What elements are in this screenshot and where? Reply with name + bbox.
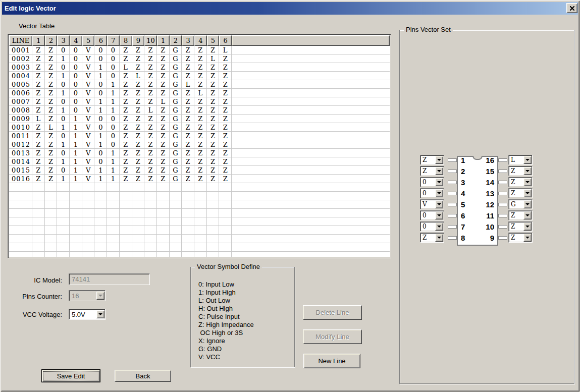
vector-cell: Z [32,157,45,166]
pin-3-dropdown-button[interactable] [435,178,443,186]
vector-cell: Z [194,106,207,115]
legend-line: L: Out Low [198,297,254,305]
vector-cell: Z [219,123,232,132]
row-filler [232,149,390,157]
table-row[interactable]: 0014ZZ11V01ZZZZGZZZZ [9,157,390,166]
pin-4-combo[interactable]: 0 [420,188,444,198]
ic-model-label: IC Model: [11,276,62,284]
pin-3-combo[interactable]: 0 [420,177,444,187]
pin-15-combo[interactable]: Z [508,166,533,176]
vector-cell: 0 [57,46,70,54]
vector-cell: Z [45,54,58,63]
pin-6-combo[interactable]: 0 [420,210,444,220]
chevron-down-icon [525,203,530,205]
vector-cell: Z [144,157,157,166]
pins-counter-combo[interactable]: 16 [69,290,106,301]
pin-8-combo[interactable]: Z [420,233,444,243]
table-row[interactable]: 0007ZZ00V11ZZZLGZZZZ [9,97,390,106]
pin-5-dropdown-button[interactable] [435,200,443,208]
vector-cell: Z [194,175,207,183]
modify-line-button[interactable]: Modify Line [303,329,362,344]
pin-11-dropdown-button[interactable] [523,211,532,219]
table-row[interactable]: 0010ZL11V00ZZZZGZZZZ [9,123,390,132]
table-row[interactable]: 0006ZZ10V01ZZZZGZLZZ [9,89,390,97]
pin-2-dropdown-button[interactable] [435,167,443,175]
row-filler [232,252,390,257]
row-filler [232,132,390,140]
pin-10-combo[interactable]: Z [508,221,533,232]
vector-cell [170,192,182,200]
vector-cell: Z [207,149,220,157]
pin-16-combo[interactable]: L [508,155,533,165]
pin-14-combo[interactable]: Z [508,177,533,187]
pin-13-combo[interactable]: Z [508,188,533,198]
vector-cell [107,217,120,226]
line-number-cell [9,200,32,209]
pin-11-combo[interactable]: Z [508,210,533,220]
table-row[interactable]: 0015ZZ01V11ZZZZGZZZZ [9,166,390,175]
table-row[interactable]: 0001ZZ00V00ZZZZGZZZL [9,46,390,54]
table-row[interactable]: 0011ZZ01V10ZZZZGZZZZ [9,132,390,140]
save-edit-button[interactable]: Save Edit [41,369,100,382]
vector-cell [82,192,95,200]
vector-table-grid[interactable]: LINE12345678910123456 0001ZZ00V00ZZZZGZZ… [8,34,391,258]
pin-9-stub [498,236,507,240]
vector-cell: 0 [107,132,120,140]
pin-9-dropdown-button[interactable] [523,234,532,242]
pin-7-dropdown-button[interactable] [435,222,443,231]
vcc-voltage-combo[interactable]: 5.0V [69,309,106,320]
new-line-button[interactable]: New Line [303,354,360,368]
pin-13-dropdown-button[interactable] [523,189,532,197]
pin-12-combo[interactable]: G [508,199,533,209]
pin-15-dropdown-button[interactable] [523,167,532,175]
pin-1-value: Z [420,156,435,163]
vector-cell: 1 [70,175,82,183]
vector-cell: V [82,97,95,106]
delete-line-button[interactable]: Delete Line [303,305,362,320]
ic-model-field[interactable]: 74141 [69,273,150,285]
pin-7-combo[interactable]: 0 [420,221,444,232]
pin-12-dropdown-button[interactable] [523,200,532,208]
close-button[interactable] [566,3,577,13]
vector-cell: Z [182,115,194,123]
chevron-down-icon [525,237,530,239]
pins-counter-dropdown-button[interactable] [96,292,104,300]
table-row[interactable]: 0013ZZ01V01ZZZZGZZZZ [9,149,390,157]
table-row[interactable]: 0009LZ01V00ZZZZGZZZZ [9,115,390,123]
vector-cell: V [82,166,95,175]
pin-8-dropdown-button[interactable] [435,234,443,242]
vcc-voltage-dropdown-button[interactable] [96,310,104,318]
vector-cell: G [170,89,182,97]
pin-14-dropdown-button[interactable] [523,178,532,186]
row-filler [232,97,390,106]
delete-line-label: Delete Line [316,309,349,316]
table-row[interactable]: 0003ZZ00V10LZZZGZZZZ [9,63,390,72]
table-row[interactable]: 0005ZZ00V01ZZZZGLZZZ [9,80,390,89]
table-row[interactable]: 0012ZZ11V10ZZZZGZZZZ [9,140,390,149]
vector-cell [170,235,182,243]
vector-cell [107,252,120,257]
pin-16-dropdown-button[interactable] [523,156,532,164]
vector-cell [144,192,157,200]
pin-9-combo[interactable]: Z [508,233,533,243]
table-row[interactable]: 0004ZZ10V10ZLZZGZZZZ [9,72,390,80]
pin-4-dropdown-button[interactable] [435,189,443,197]
vector-cell [182,192,194,200]
pin-5-combo[interactable]: V [420,199,444,209]
pin-1-combo[interactable]: Z [420,155,444,165]
vector-cell [182,183,194,192]
back-button[interactable]: Back [115,370,171,382]
pin-1-dropdown-button[interactable] [435,156,443,164]
vector-cell: G [170,63,182,72]
vector-cell [57,183,70,192]
grid-body: 0001ZZ00V00ZZZZGZZZL0002ZZ10V00ZZZZGZZLZ… [9,46,390,257]
vector-cell [32,235,45,243]
pin-10-dropdown-button[interactable] [523,222,532,231]
column-header-1: 1 [157,35,170,46]
pin-2-combo[interactable]: Z [420,166,444,176]
table-row[interactable]: 0008ZZ10V11ZZLZGZZZZ [9,106,390,115]
pin-6-dropdown-button[interactable] [435,211,443,219]
table-row[interactable]: 0016ZZ11V11ZZZZGZZZZ [9,175,390,183]
table-row[interactable]: 0002ZZ10V00ZZZZGZZLZ [9,54,390,63]
vector-cell: 0 [57,166,70,175]
